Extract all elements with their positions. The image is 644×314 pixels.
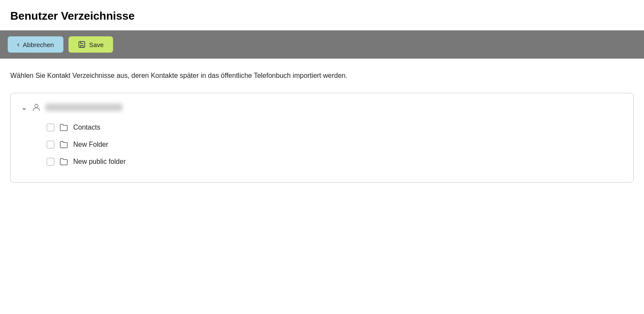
folder-icon-new-folder xyxy=(60,140,68,149)
folder-list: Contacts New Folder New public folder xyxy=(21,119,623,170)
cancel-label: Abbrechen xyxy=(23,41,54,48)
folder-icon-contacts xyxy=(60,123,68,132)
folder-checkbox-contacts[interactable] xyxy=(47,124,54,131)
folder-item-new-folder: New Folder xyxy=(47,136,623,153)
user-icon xyxy=(32,103,41,112)
svg-rect-0 xyxy=(79,41,85,47)
folder-container: ⌄ Contacts New Folder xyxy=(10,93,634,183)
toolbar: ‹ Abbrechen Save xyxy=(0,30,644,59)
expand-chevron-icon[interactable]: ⌄ xyxy=(21,103,27,112)
back-chevron-icon: ‹ xyxy=(17,41,19,48)
user-name xyxy=(45,104,122,111)
folder-item-new-public-folder: New public folder xyxy=(47,153,623,170)
folder-icon-new-public-folder xyxy=(60,157,68,166)
folder-label-new-public-folder: New public folder xyxy=(73,158,126,166)
folder-checkbox-new-public-folder[interactable] xyxy=(47,158,54,166)
svg-point-1 xyxy=(35,104,38,107)
folder-label-new-folder: New Folder xyxy=(73,141,108,148)
page-title: Benutzer Verzeichnisse xyxy=(0,0,644,30)
description-text: Wählen Sie Kontakt Verzeichnisse aus, de… xyxy=(10,71,634,81)
user-row: ⌄ xyxy=(21,103,623,112)
content-area: Wählen Sie Kontakt Verzeichnisse aus, de… xyxy=(0,59,644,193)
save-button[interactable]: Save xyxy=(69,36,113,53)
folder-label-contacts: Contacts xyxy=(73,124,100,131)
folder-checkbox-new-folder[interactable] xyxy=(47,141,54,148)
folder-item-contacts: Contacts xyxy=(47,119,623,136)
cancel-button[interactable]: ‹ Abbrechen xyxy=(8,36,63,53)
save-icon xyxy=(78,41,86,48)
save-label: Save xyxy=(89,41,104,48)
